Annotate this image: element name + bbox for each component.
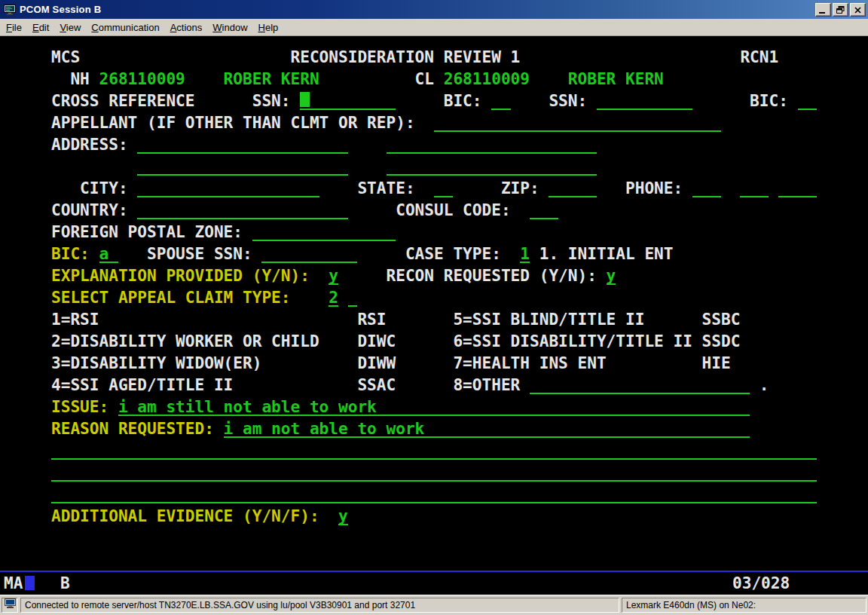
nh-ssn: 268110009 bbox=[99, 68, 185, 90]
close-button[interactable] bbox=[850, 3, 866, 17]
field-explanation-provided[interactable]: y bbox=[329, 265, 338, 285]
screen-label: CONSUL CODE: bbox=[396, 199, 510, 221]
terminal-monitor-icon bbox=[5, 598, 16, 612]
screen-label: CITY: bbox=[80, 177, 128, 199]
field-recon-requested[interactable]: y bbox=[607, 265, 616, 285]
field-country[interactable] bbox=[137, 199, 347, 219]
field-additional-evidence[interactable]: y bbox=[338, 505, 348, 525]
nh-name: ROBER KERN bbox=[224, 68, 319, 90]
screen-label: ADDRESS: bbox=[51, 133, 128, 155]
restore-icon bbox=[836, 3, 845, 17]
screen-label: 6=SSI DISABILITY/TITLE II bbox=[453, 330, 692, 352]
menu-window[interactable]: Window bbox=[207, 20, 252, 35]
screen-label: APPELLANT (IF OTHER THAN CLMT OR REP): bbox=[51, 112, 415, 133]
screen-title: RECONSIDERATION REVIEW 1 bbox=[291, 46, 521, 68]
window-controls bbox=[815, 3, 866, 17]
field-phone-area[interactable] bbox=[692, 177, 721, 197]
field-address-2a[interactable] bbox=[137, 155, 347, 176]
status-printer-panel: Lexmark E460dn (MS) on Ne02: bbox=[622, 598, 866, 613]
field-appeal-claim-type-2[interactable] bbox=[348, 286, 358, 307]
screen-label: SSDC bbox=[702, 330, 741, 352]
field-xref-ssn-1[interactable] bbox=[300, 90, 396, 110]
restore-button[interactable] bbox=[833, 3, 848, 17]
screen-label: 1=RSI bbox=[51, 308, 99, 330]
app-icon bbox=[4, 4, 16, 16]
screen-label: CROSS REFERENCE bbox=[51, 90, 195, 112]
screen-label: SSAC bbox=[357, 374, 396, 396]
oia-status-row: MA B 03/028 bbox=[0, 572, 868, 595]
screen-label: ISSUE: bbox=[51, 396, 108, 418]
screen-label: SPOUSE SSN: bbox=[147, 243, 252, 265]
field-address-2b[interactable] bbox=[387, 155, 597, 176]
printer-status-text: Lexmark E460dn (MS) on Ne02: bbox=[626, 600, 756, 610]
pcomm-window: PCOM Session B File bbox=[0, 0, 868, 615]
field-city[interactable] bbox=[137, 177, 319, 197]
screen-label: ZIP: bbox=[501, 177, 539, 199]
field-spouse-ssn[interactable] bbox=[261, 243, 357, 263]
cl-ssn: 268110009 bbox=[444, 68, 530, 90]
status-bar: Connected to remote server/host TN3270E.… bbox=[0, 595, 868, 615]
menu-view[interactable]: View bbox=[54, 20, 86, 35]
menu-help[interactable]: Help bbox=[253, 20, 284, 35]
menu-edit[interactable]: Edit bbox=[27, 20, 54, 35]
screen-label: BIC: bbox=[750, 90, 788, 112]
screen-label: RSI bbox=[357, 308, 386, 330]
field-phone-prefix[interactable] bbox=[740, 177, 769, 197]
screen-label: BIC: bbox=[51, 243, 90, 265]
screen-id: RCN1 bbox=[740, 46, 778, 68]
oia-system-indicator: MA bbox=[4, 572, 23, 594]
field-state[interactable] bbox=[434, 177, 453, 197]
screen-label: REASON REQUESTED: bbox=[51, 418, 214, 439]
window-title: PCOM Session B bbox=[20, 4, 101, 15]
field-address-1a[interactable] bbox=[137, 133, 347, 154]
field-appeal-claim-type[interactable]: 2 bbox=[329, 286, 338, 307]
field-zip[interactable] bbox=[549, 177, 597, 197]
title-bar[interactable]: PCOM Session B bbox=[0, 0, 868, 19]
field-other-claim-type[interactable] bbox=[530, 374, 750, 394]
field-reason-requested[interactable]: i am not able to work bbox=[224, 418, 750, 438]
screen-label: DIWW bbox=[357, 352, 396, 374]
screen-label: BIC: bbox=[444, 90, 482, 112]
field-issue[interactable]: i am still not able to work bbox=[118, 396, 750, 416]
screen-label: SSN: bbox=[549, 90, 587, 112]
screen-label: PHONE: bbox=[625, 177, 683, 199]
minimize-icon bbox=[819, 12, 825, 14]
terminal-screen[interactable]: MCSRECONSIDERATION REVIEW 1RCN1NH2681100… bbox=[0, 36, 868, 571]
field-case-type[interactable]: 1 bbox=[520, 243, 530, 263]
screen-label: SSBC bbox=[702, 308, 741, 330]
minimize-button[interactable] bbox=[815, 3, 831, 17]
screen-label: SELECT APPEAL CLAIM TYPE: bbox=[51, 286, 291, 308]
screen-label: FOREIGN POSTAL ZONE: bbox=[51, 221, 243, 243]
screen-label: RECON REQUESTED (Y/N): bbox=[387, 265, 597, 286]
screen-label: 3=DISABILITY WIDOW(ER) bbox=[51, 352, 261, 374]
screen-label: 2=DISABILITY WORKER OR CHILD bbox=[51, 330, 319, 352]
menu-file[interactable]: File bbox=[1, 20, 27, 35]
cl-name: ROBER KERN bbox=[568, 68, 664, 90]
field-bic[interactable]: a bbox=[99, 243, 118, 263]
field-reason-cont-2[interactable] bbox=[51, 461, 817, 482]
screen-label: 5=SSI BLIND/TITLE II bbox=[453, 308, 644, 330]
oia-session-id: B bbox=[60, 572, 70, 594]
oia-cursor-position: 03/028 bbox=[732, 572, 790, 594]
field-address-1b[interactable] bbox=[387, 133, 597, 154]
field-xref-bic-2[interactable] bbox=[798, 90, 817, 110]
menu-actions[interactable]: Actions bbox=[165, 20, 208, 35]
field-consul-code[interactable] bbox=[530, 199, 558, 219]
field-appellant[interactable] bbox=[434, 112, 721, 132]
label-mcs: MCS bbox=[51, 46, 80, 68]
screen-label: . bbox=[760, 374, 769, 396]
field-foreign-postal-zone[interactable] bbox=[252, 221, 396, 241]
menu-communication[interactable]: Communication bbox=[86, 20, 164, 35]
status-connection-panel: Connected to remote server/host TN3270E.… bbox=[20, 598, 619, 613]
label-case-type-desc: 1. INITIAL ENT bbox=[539, 243, 674, 265]
field-xref-ssn-2[interactable] bbox=[597, 90, 692, 110]
screen-label: 4=SSI AGED/TITLE II bbox=[51, 374, 233, 396]
field-xref-bic-1[interactable] bbox=[491, 90, 510, 110]
close-icon bbox=[854, 3, 861, 17]
field-reason-cont-3[interactable] bbox=[51, 483, 817, 503]
screen-label: SSN: bbox=[252, 90, 291, 112]
field-phone-line[interactable] bbox=[778, 177, 817, 197]
screen-label: DIWC bbox=[357, 330, 396, 352]
field-reason-cont-1[interactable] bbox=[51, 439, 817, 460]
menu-bar: File Edit View Communication Actions Win… bbox=[0, 19, 868, 36]
